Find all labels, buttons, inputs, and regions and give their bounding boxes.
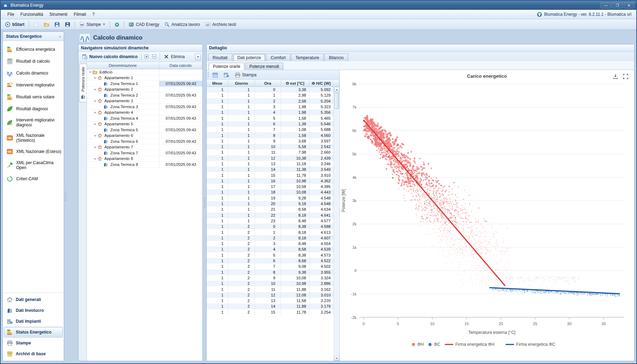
- chevron-down-icon[interactable]: [93, 122, 97, 126]
- menu-item-?[interactable]: ?: [89, 10, 98, 18]
- table-row[interactable]: 121511,783.254: [207, 309, 334, 315]
- table-row[interactable]: 121311,583.220: [207, 298, 334, 303]
- menu-item-funzionalit[interactable]: Funzionalità: [17, 10, 46, 18]
- table-row[interactable]: 1289,383.955: [207, 270, 334, 275]
- sidebar-splitter[interactable]: [64, 31, 67, 361]
- sidebar-item-risultati-serra-solare[interactable]: Risultati serra solare: [3, 91, 64, 103]
- tree-row[interactable]: Appartamento 6: [87, 133, 202, 139]
- sidebar-item-criteri-cam[interactable]: Criteri CAM: [3, 173, 64, 185]
- open-button[interactable]: [42, 21, 51, 28]
- table-column-header[interactable]: Θ est [°C]: [281, 80, 310, 87]
- table-row[interactable]: 1218,184.613: [207, 229, 334, 235]
- tree-row[interactable]: Zona Termica 707/01/2025 09:43: [87, 150, 202, 156]
- scroll-up-icon[interactable]: ▲: [334, 87, 339, 92]
- tree-row[interactable]: Appartamento 7: [87, 145, 202, 150]
- table-row[interactable]: 111710,584.385: [207, 184, 334, 189]
- table-row[interactable]: 1228,184.607: [207, 235, 334, 241]
- table-row[interactable]: 1122,585.204: [207, 98, 334, 104]
- chevron-down-icon[interactable]: [88, 70, 92, 74]
- save-button[interactable]: [52, 21, 62, 28]
- tree-row[interactable]: Appartamento 3: [87, 98, 202, 104]
- menu-item-filmati[interactable]: Filmati: [70, 10, 89, 18]
- chevron-down-icon[interactable]: [93, 157, 97, 160]
- sidebar-item-interventi-migliorativi-diagnosi[interactable]: Interventi migliorativi diagnosi: [3, 115, 64, 130]
- table-row[interactable]: 1208,384.588: [207, 224, 334, 229]
- table-row[interactable]: 111511,783.910: [207, 172, 334, 178]
- scroll-down-icon[interactable]: ▼: [334, 356, 339, 361]
- tree-row[interactable]: Appartamento 1: [87, 75, 202, 81]
- subtab-potenze-mensili[interactable]: Potenze mensili: [245, 63, 283, 70]
- table-column-header[interactable]: Φ H/C [W]: [310, 80, 333, 87]
- table-row[interactable]: 11218,584.634: [207, 206, 334, 212]
- sidebar-item-xml-nazionale-sintetico-[interactable]: XMLXML Nazionale (Sintetico): [3, 130, 64, 146]
- table-row[interactable]: 1131,985.323: [207, 104, 334, 110]
- new-document-button[interactable]: [31, 21, 41, 28]
- table-row[interactable]: 111311,183.246: [207, 161, 334, 167]
- table-row[interactable]: 1268,684.522: [207, 258, 334, 264]
- table-export-button[interactable]: [221, 71, 231, 79]
- archivio-testi-button[interactable]: abArchivio testi: [203, 21, 238, 28]
- sidebar-item-interventi-migliorativi[interactable]: Interventi migliorativi: [3, 79, 64, 91]
- table-row[interactable]: 111610,984.362: [207, 178, 334, 184]
- table-column-header[interactable]: Mese: [207, 80, 228, 87]
- tree-row[interactable]: Edificio: [87, 69, 202, 75]
- print-button[interactable]: Stampa: [233, 71, 258, 79]
- sidebar-item-risultati-di-calcolo[interactable]: Risultati di calcolo: [3, 55, 64, 67]
- sidebar-section-dati-involucro[interactable]: Dati Involucro: [4, 305, 63, 316]
- table-row[interactable]: 1171,085.688: [207, 127, 334, 132]
- column-header-denominazione[interactable]: Denominazione: [87, 62, 159, 69]
- sidebar-section-archivi-di-base[interactable]: Archivi di base: [4, 349, 63, 359]
- sidebar-section-status-energetico[interactable]: Status Energetico: [4, 327, 63, 337]
- table-row[interactable]: 111210,382.439: [207, 155, 334, 161]
- close-button[interactable]: ✕: [624, 2, 634, 8]
- tree-row[interactable]: Zona Termica 207/01/2025 09:43: [87, 92, 202, 98]
- tree-row[interactable]: Zona Termica 107/01/2025 09:43: [87, 81, 202, 87]
- table-row[interactable]: 11228,184.641: [207, 212, 334, 218]
- sidebar-item-efficienza-energetica[interactable]: Efficienza energetica: [3, 43, 64, 55]
- table-row[interactable]: 1193,683.597: [207, 138, 334, 144]
- sidebar-section-dati-impianti[interactable]: Dati Impianti: [4, 316, 63, 327]
- table-column-header[interactable]: Ora: [255, 80, 281, 87]
- minimize-button[interactable]: —: [601, 2, 611, 8]
- collapse-all-button[interactable]: [151, 54, 158, 60]
- tab-bilancio[interactable]: Bilancio: [324, 54, 348, 61]
- chevron-down-icon[interactable]: [93, 76, 97, 79]
- table-row[interactable]: 121010,982.886: [207, 281, 334, 286]
- table-row[interactable]: 121212,083.010: [207, 292, 334, 298]
- table-row[interactable]: 111411,383.549: [207, 167, 334, 172]
- table-row[interactable]: 1248,584.539: [207, 246, 334, 252]
- table-row[interactable]: 1103,385.092: [207, 87, 334, 92]
- panel-splitter[interactable]: [203, 44, 206, 361]
- table-row[interactable]: 11105,582.542: [207, 144, 334, 149]
- subtab-potenze-orarie[interactable]: Potenze orarie: [209, 63, 244, 70]
- table-row[interactable]: 111810,084.443: [207, 189, 334, 195]
- tab-dati-potenze[interactable]: Dati potenze: [233, 54, 265, 62]
- sidebar-collapse-icon[interactable]: ‹: [59, 34, 61, 38]
- sidebar-item-xml-nazionale-esteso-[interactable]: XMLXML Nazionale (Esteso): [3, 146, 64, 158]
- chevron-down-icon[interactable]: [93, 111, 97, 114]
- sidebar-section-dati-generali[interactable]: Dati generali: [4, 294, 63, 305]
- table-view-button[interactable]: [210, 71, 220, 79]
- stampe-button[interactable]: WStampe▼: [77, 21, 108, 28]
- sidebar-section-stampe[interactable]: Stampe: [4, 338, 63, 348]
- table-row[interactable]: 11238,484.577: [207, 218, 334, 224]
- menu-item-file[interactable]: File: [4, 10, 17, 18]
- chevron-down-icon[interactable]: [93, 146, 97, 149]
- table-row[interactable]: 11117,982.660: [207, 149, 334, 155]
- table-row[interactable]: 1238,484.554: [207, 241, 334, 246]
- table-row[interactable]: 1161,385.546: [207, 121, 334, 127]
- table-row[interactable]: 121111,883.162: [207, 286, 334, 292]
- save-all-button[interactable]: [63, 21, 72, 28]
- table-scrollbar[interactable]: ▲ ▼: [334, 87, 339, 361]
- fullscreen-icon[interactable]: [623, 74, 629, 79]
- menu-item-strumenti[interactable]: Strumenti: [46, 10, 70, 18]
- scrollbar-thumb[interactable]: [334, 93, 339, 109]
- tree-row[interactable]: Zona Termica 607/01/2025 09:43: [87, 139, 202, 145]
- table-row[interactable]: 121411,883.179: [207, 303, 334, 309]
- tree-row[interactable]: Appartamento 4: [87, 110, 202, 116]
- table-row[interactable]: 11209,184.548: [207, 201, 334, 206]
- tree-row[interactable]: Appartamento 8: [87, 156, 202, 162]
- sidebar-item-calcolo-dinamico[interactable]: Calcolo dinamico: [3, 67, 64, 79]
- tree-row[interactable]: Zona Termica 307/01/2025 09:43: [87, 104, 202, 110]
- table-row[interactable]: 1258,384.573: [207, 252, 334, 258]
